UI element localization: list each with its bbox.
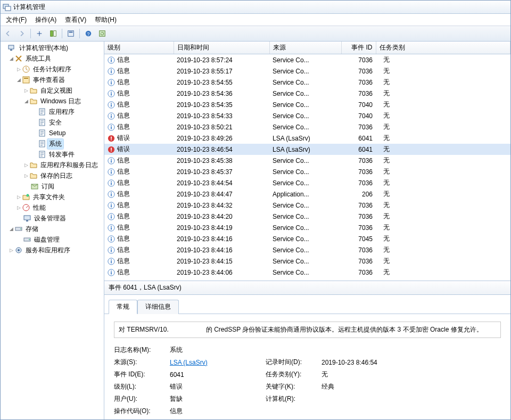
expander-icon[interactable]: ◢ — [23, 98, 29, 104]
tree-forwarded-log[interactable]: 转发事件 — [1, 149, 104, 160]
tree-system-log[interactable]: 系统 — [1, 138, 104, 149]
prop-logged-value: 2019-10-23 8:46:54 — [322, 359, 428, 366]
expander-icon[interactable]: ◢ — [8, 55, 14, 62]
event-row[interactable]: 信息2019-10-23 8:44:16Service Co...7036无 — [104, 244, 510, 256]
event-row[interactable]: 信息2019-10-23 8:44:20Service Co...7036无 — [104, 211, 510, 222]
col-source[interactable]: 来源 — [269, 42, 341, 54]
tree-customviews[interactable]: ▷自定义视图 — [1, 85, 104, 96]
event-row[interactable]: 信息2019-10-23 8:44:16Service Co...7045无 — [104, 233, 510, 244]
tree-app-log[interactable]: 应用程序 — [1, 106, 104, 117]
tree-tasksched[interactable]: ▷任务计划程序 — [1, 64, 104, 75]
event-row[interactable]: 信息2019-10-23 8:54:35Service Co...7040无 — [104, 99, 510, 110]
tab-details[interactable]: 详细信息 — [137, 300, 179, 314]
tree-diskmgmt[interactable]: 磁盘管理 — [1, 234, 104, 245]
event-list-wrap[interactable]: 级别 日期和时间 来源 事件 ID 任务类别 信息2019-10-23 8:57… — [104, 42, 510, 281]
nav-tree[interactable]: 计算机管理(本地) ◢系统工具 ▷任务计划程序 ◢事件查看器 ▷自定义视图 ◢W… — [1, 42, 104, 419]
tree-perf[interactable]: ▷性能 — [1, 202, 104, 213]
svg-rect-61 — [111, 171, 112, 174]
event-row[interactable]: 信息2019-10-23 8:44:15Service Co...7036无 — [104, 256, 510, 267]
expander-icon[interactable]: ◢ — [15, 77, 22, 83]
error-icon — [108, 135, 115, 142]
event-row[interactable]: 信息2019-10-23 8:44:54Service Co...7036无 — [104, 177, 510, 188]
expander-icon[interactable]: ▷ — [23, 162, 29, 168]
svg-rect-86 — [111, 259, 112, 260]
expander-icon[interactable]: ▷ — [23, 172, 29, 179]
svg-point-20 — [27, 194, 29, 196]
expander-icon[interactable] — [2, 45, 8, 51]
expander-icon[interactable]: ▷ — [15, 66, 22, 72]
expander-icon[interactable]: ▷ — [23, 87, 29, 94]
expander-icon[interactable]: ▷ — [15, 204, 22, 211]
toolbar: ? — [1, 26, 510, 42]
separator — [62, 29, 62, 38]
info-icon — [108, 179, 115, 187]
event-row[interactable]: 信息2019-10-23 8:55:17Service Co...7036无 — [104, 65, 510, 77]
prop-opcode-label: 操作代码(O): — [114, 407, 164, 416]
svg-rect-80 — [111, 237, 112, 238]
tree-security-log[interactable]: 安全 — [1, 117, 104, 128]
expander-icon[interactable]: ▷ — [8, 247, 14, 253]
svg-rect-34 — [111, 71, 112, 73]
menu-view[interactable]: 查看(V) — [61, 14, 90, 26]
expander-icon[interactable]: ◢ — [8, 226, 14, 232]
content-area: 级别 日期和时间 来源 事件 ID 任务类别 信息2019-10-23 8:57… — [104, 42, 510, 419]
svg-rect-35 — [111, 69, 112, 70]
event-row[interactable]: 信息2019-10-23 8:54:33Service Co...7040无 — [104, 110, 510, 121]
show-hide-tree-button[interactable] — [47, 27, 60, 40]
prop-comp-label: 计算机(R): — [266, 394, 316, 403]
col-level[interactable]: 级别 — [104, 42, 174, 54]
expander-icon[interactable]: ▷ — [15, 194, 22, 200]
forward-button[interactable] — [15, 27, 28, 40]
help-button[interactable]: ? — [82, 27, 95, 40]
svg-point-25 — [20, 228, 21, 229]
event-row[interactable]: 信息2019-10-23 8:45:37Service Co...7036无 — [104, 166, 510, 177]
tab-general[interactable]: 常规 — [109, 300, 137, 314]
tree-appsvclogs[interactable]: ▷应用程序和服务日志 — [1, 160, 104, 170]
col-eventid[interactable]: 事件 ID — [341, 42, 376, 54]
tree-savedlogs[interactable]: ▷保存的日志 — [1, 170, 104, 181]
svg-rect-76 — [111, 227, 112, 229]
event-row[interactable]: 信息2019-10-23 8:54:55Service Co...7036无 — [104, 77, 510, 88]
info-icon — [108, 258, 115, 265]
event-row[interactable]: 信息2019-10-23 8:44:06Service Co...7036无 — [104, 267, 510, 278]
prop-source-label: 来源(S): — [114, 358, 164, 367]
up-button[interactable] — [33, 27, 46, 40]
tree-setup-log[interactable]: Setup — [1, 128, 104, 138]
properties-button[interactable] — [64, 27, 77, 40]
col-category[interactable]: 任务类别 — [376, 42, 510, 54]
event-row[interactable]: 信息2019-10-23 8:57:24Service Co...7036无 — [104, 54, 510, 66]
tree-winlogs[interactable]: ◢Windows 日志 — [1, 96, 104, 106]
tree-storage[interactable]: ◢存储 — [1, 224, 104, 234]
svg-rect-62 — [111, 170, 112, 171]
info-icon — [108, 79, 115, 86]
tree-services[interactable]: ▷服务和应用程序 — [1, 245, 104, 256]
event-row[interactable]: 错误2019-10-23 8:46:54LSA (LsaSrv)6041无 — [104, 144, 510, 155]
tree-eventvwr[interactable]: ◢事件查看器 — [1, 75, 104, 85]
svg-text:?: ? — [87, 31, 90, 37]
svg-rect-47 — [111, 114, 112, 115]
event-row[interactable]: 错误2019-10-23 8:49:26LSA (LsaSrv)6041无 — [104, 133, 510, 144]
event-row[interactable]: 信息2019-10-23 8:45:38Service Co...7036无 — [104, 155, 510, 166]
tree-shared[interactable]: ▷共享文件夹 — [1, 192, 104, 202]
menu-help[interactable]: 帮助(H) — [90, 14, 121, 26]
refresh-button[interactable] — [96, 27, 109, 40]
tree-subscriptions[interactable]: 订阅 — [1, 181, 104, 192]
tree-root[interactable]: 计算机管理(本地) — [1, 43, 104, 53]
back-button[interactable] — [2, 27, 14, 40]
error-icon — [108, 146, 115, 153]
info-icon — [108, 224, 115, 232]
event-row[interactable]: 信息2019-10-23 8:44:32Service Co...7036无 — [104, 200, 510, 211]
event-row[interactable]: 信息2019-10-23 8:44:19Service Co...7036无 — [104, 222, 510, 233]
menu-file[interactable]: 文件(F) — [2, 14, 31, 26]
col-datetime[interactable]: 日期和时间 — [174, 42, 269, 54]
disk-icon — [23, 235, 31, 244]
tree-systools[interactable]: ◢系统工具 — [1, 53, 104, 64]
tree-devmgr[interactable]: 设备管理器 — [1, 213, 104, 224]
event-row[interactable]: 信息2019-10-23 8:44:47Application...206无 — [104, 188, 510, 200]
body: 计算机管理(本地) ◢系统工具 ▷任务计划程序 ◢事件查看器 ▷自定义视图 ◢W… — [1, 42, 510, 419]
svg-rect-88 — [111, 272, 112, 274]
event-row[interactable]: 信息2019-10-23 8:50:21Service Co...7036无 — [104, 121, 510, 133]
event-table[interactable]: 级别 日期和时间 来源 事件 ID 任务类别 信息2019-10-23 8:57… — [104, 42, 510, 278]
event-row[interactable]: 信息2019-10-23 8:54:36Service Co...7036无 — [104, 88, 510, 99]
menu-action[interactable]: 操作(A) — [31, 14, 61, 26]
